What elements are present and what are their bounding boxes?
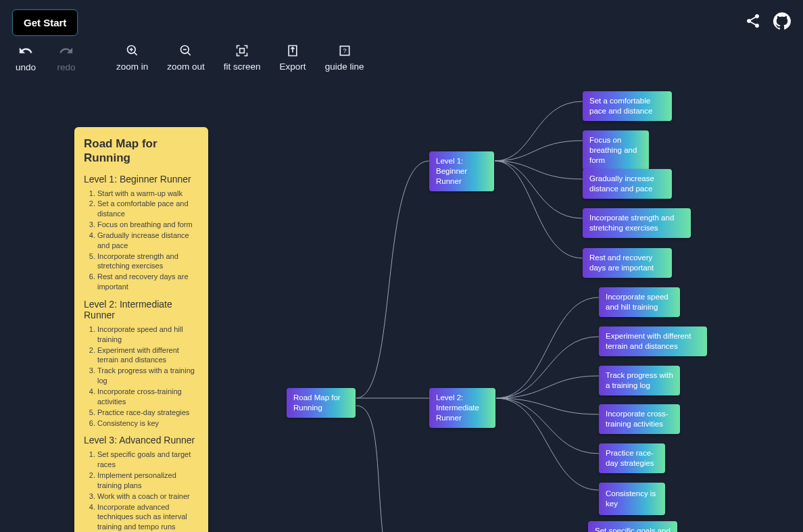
redo-button[interactable]: redo	[46, 39, 87, 76]
mindmap-leaf[interactable]: Track progress with a training log	[599, 366, 680, 395]
svg-line-1	[134, 52, 137, 55]
redo-label: redo	[57, 62, 75, 72]
list-item: Start with a warm-up walk	[97, 189, 199, 199]
mindmap-root-node[interactable]: Road Map for Running	[287, 388, 356, 418]
fit-screen-button[interactable]: fit screen	[214, 39, 270, 76]
mindmap-level2-node[interactable]: Level 2: Intermediate Runner	[429, 388, 495, 428]
panel-level1-heading: Level 1: Beginner Runner	[84, 174, 199, 185]
zoom-out-label: zoom out	[167, 62, 205, 72]
zoom-out-button[interactable]: zoom out	[157, 39, 214, 76]
mindmap-level1-node[interactable]: Level 1: Beginner Runner	[429, 151, 494, 191]
mindmap-leaf[interactable]: Consistency is key	[599, 483, 665, 515]
svg-rect-7	[240, 48, 245, 53]
fit-screen-label: fit screen	[224, 62, 261, 72]
list-item: Set a comfortable pace and distance	[97, 199, 199, 219]
panel-level2-heading: Level 2: Intermediate Runner	[84, 299, 199, 320]
toolbar: undo redo zoom in zoom out fit screen Ex…	[0, 37, 803, 81]
undo-icon	[18, 43, 33, 58]
list-item: Incorporate cross-training activities	[97, 387, 199, 407]
panel-title: Road Map for Running	[84, 137, 199, 166]
share-icon[interactable]	[745, 13, 761, 32]
list-item: Set specific goals and target races	[97, 450, 199, 470]
mindmap-leaf[interactable]: Incorporate cross-training activities	[599, 404, 680, 434]
list-item: Incorporate advanced techniques such as …	[97, 502, 199, 532]
export-icon	[286, 44, 299, 57]
mindmap-leaf[interactable]: Practice race-day strategies	[599, 443, 665, 473]
guide-line-icon: ?	[338, 44, 351, 57]
mindmap-leaf[interactable]: Rest and recovery days are important	[583, 248, 672, 278]
side-panel[interactable]: Road Map for Running Level 1: Beginner R…	[74, 127, 208, 532]
mindmap-leaf[interactable]: Experiment with different terrain and di…	[599, 327, 707, 356]
list-item: Work with a coach or trainer	[97, 491, 199, 502]
svg-line-5	[188, 52, 191, 55]
zoom-in-button[interactable]: zoom in	[107, 39, 157, 76]
list-item: Incorporate speed and hill training	[97, 324, 199, 345]
list-item: Rest and recovery days are important	[97, 272, 199, 292]
mindmap-leaf[interactable]: Set specific goals and target	[588, 521, 677, 532]
list-item: Consistency is key	[97, 418, 199, 429]
panel-level3-list: Set specific goals and target races Impl…	[84, 450, 199, 532]
panel-level2-list: Incorporate speed and hill training Expe…	[84, 324, 199, 428]
guide-line-button[interactable]: ? guide line	[316, 39, 374, 76]
mindmap-leaf[interactable]: Set a comfortable pace and distance	[583, 91, 672, 121]
export-button[interactable]: Export	[270, 39, 316, 76]
get-start-button[interactable]: Get Start	[12, 9, 78, 36]
svg-text:?: ?	[343, 47, 346, 54]
list-item: Incorporate strength and stretching exer…	[97, 251, 199, 272]
mindmap-leaf[interactable]: Focus on breathing and form	[583, 130, 649, 170]
mindmap-canvas[interactable]: Road Map for Running Level 1: Beginner R…	[0, 81, 803, 532]
fit-screen-icon	[235, 44, 249, 57]
list-item: Implement personalized training plans	[97, 470, 199, 491]
panel-level3-heading: Level 3: Advanced Runner	[84, 435, 199, 445]
zoom-in-icon	[126, 44, 139, 57]
undo-button[interactable]: undo	[5, 39, 46, 76]
panel-level1-list: Start with a warm-up walk Set a comforta…	[84, 189, 199, 292]
github-icon[interactable]	[773, 12, 791, 32]
mindmap-leaf[interactable]: Incorporate speed and hill training	[599, 287, 680, 317]
list-item: Gradually increase distance and pace	[97, 231, 199, 251]
redo-icon	[59, 43, 74, 58]
list-item: Practice race-day strategies	[97, 408, 199, 418]
export-label: Export	[280, 62, 306, 72]
list-item: Track progress with a training log	[97, 366, 199, 386]
header-right	[745, 12, 791, 32]
guide-line-label: guide line	[325, 62, 364, 72]
zoom-in-label: zoom in	[116, 62, 148, 72]
mindmap-leaf[interactable]: Incorporate strength and stretching exer…	[583, 208, 691, 238]
list-item: Focus on breathing and form	[97, 220, 199, 230]
list-item: Experiment with different terrain and di…	[97, 345, 199, 366]
header: Get Start	[0, 0, 803, 37]
mindmap-leaf[interactable]: Gradually increase distance and pace	[583, 169, 672, 199]
zoom-out-icon	[179, 44, 193, 57]
undo-label: undo	[16, 62, 36, 72]
